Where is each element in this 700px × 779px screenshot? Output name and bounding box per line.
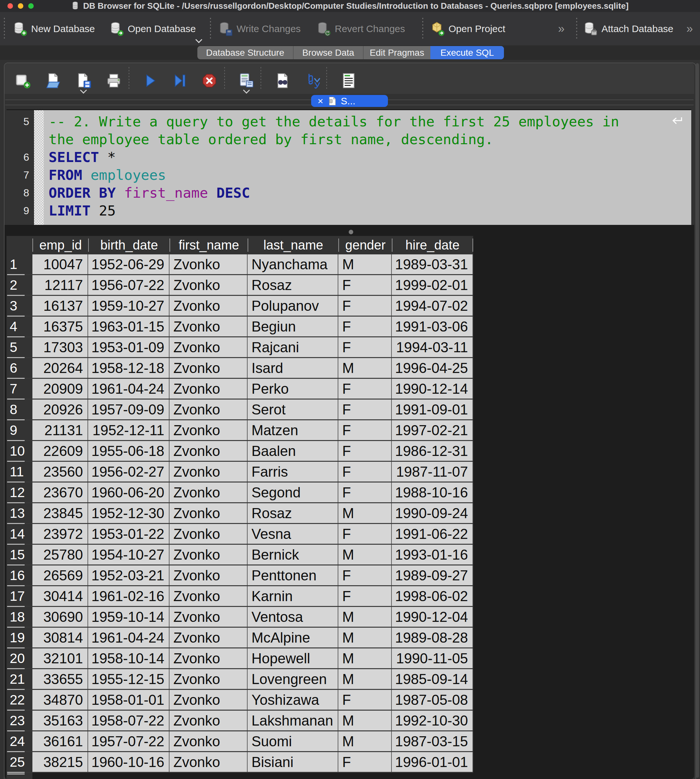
- cell-emp_id[interactable]: 17303: [32, 337, 88, 357]
- cell-last_name[interactable]: Bernick: [248, 545, 338, 564]
- row-number[interactable]: 24: [7, 731, 32, 751]
- column-header-last_name[interactable]: last_name: [248, 238, 338, 252]
- sql-editor[interactable]: 56789 -- 2. Write a query to get the det…: [7, 109, 691, 225]
- sql-file-tab[interactable]: × S...: [311, 95, 388, 107]
- cell-hire_date[interactable]: 1996-01-01: [392, 752, 473, 772]
- new-database-button[interactable]: New Database: [12, 12, 95, 45]
- cell-first_name[interactable]: Zvonko: [170, 275, 248, 295]
- minimize-window-button[interactable]: [18, 3, 23, 9]
- export-dropdown-chevron-icon[interactable]: [243, 88, 249, 94]
- column-header-emp_id[interactable]: emp_id: [32, 238, 88, 252]
- row-number[interactable]: 21: [7, 669, 32, 689]
- cell-last_name[interactable]: Rajcani: [248, 337, 338, 357]
- cell-first_name[interactable]: Zvonko: [170, 337, 248, 357]
- cell-emp_id[interactable]: 23670: [32, 483, 88, 502]
- cell-emp_id[interactable]: 25780: [32, 545, 88, 564]
- cell-birth_date[interactable]: 1960-06-20: [88, 483, 170, 502]
- cell-gender[interactable]: M: [338, 607, 392, 627]
- cell-last_name[interactable]: Penttonen: [248, 566, 338, 585]
- cell-hire_date[interactable]: 1991-03-06: [392, 316, 473, 336]
- row-number[interactable]: 10: [7, 441, 32, 461]
- cell-emp_id[interactable]: 30414: [32, 586, 88, 606]
- cell-first_name[interactable]: Zvonko: [170, 441, 248, 461]
- cell-emp_id[interactable]: 10047: [32, 255, 88, 274]
- cell-birth_date[interactable]: 1963-01-15: [88, 316, 170, 336]
- cell-hire_date[interactable]: 1993-01-16: [392, 545, 473, 564]
- row-number[interactable]: 7: [7, 379, 32, 399]
- cell-last_name[interactable]: McAlpine: [248, 628, 338, 648]
- cell-hire_date[interactable]: 1994-03-11: [392, 337, 473, 357]
- cell-birth_date[interactable]: 1959-10-27: [88, 296, 170, 316]
- cell-hire_date[interactable]: 1992-10-30: [392, 711, 473, 731]
- execute-current-line-icon[interactable]: [171, 72, 188, 89]
- cell-birth_date[interactable]: 1955-06-18: [88, 441, 170, 461]
- cell-emp_id[interactable]: 12117: [32, 275, 88, 295]
- cell-gender[interactable]: M: [338, 669, 392, 689]
- cell-hire_date[interactable]: 1989-08-28: [392, 628, 473, 648]
- stop-icon[interactable]: [201, 72, 218, 89]
- cell-birth_date[interactable]: 1960-10-16: [88, 752, 170, 772]
- column-header-gender[interactable]: gender: [338, 238, 392, 252]
- cell-gender[interactable]: F: [338, 483, 392, 502]
- cell-last_name[interactable]: Baalen: [248, 441, 338, 461]
- cell-first_name[interactable]: Zvonko: [170, 607, 248, 627]
- cell-gender[interactable]: F: [338, 752, 392, 772]
- cell-last_name[interactable]: Rosaz: [248, 503, 338, 523]
- cell-emp_id[interactable]: 35163: [32, 711, 88, 731]
- column-header-first_name[interactable]: first_name: [170, 238, 248, 252]
- cell-last_name[interactable]: Perko: [248, 379, 338, 399]
- cell-birth_date[interactable]: 1958-01-01: [88, 690, 170, 710]
- cell-birth_date[interactable]: 1958-12-18: [88, 358, 170, 378]
- row-number[interactable]: 13: [7, 503, 32, 523]
- cell-hire_date[interactable]: 1990-12-04: [392, 607, 473, 627]
- cell-birth_date[interactable]: 1953-01-22: [88, 524, 170, 544]
- toolbar-overflow-chevron[interactable]: »: [687, 12, 693, 45]
- cell-hire_date[interactable]: 1987-03-15: [392, 731, 473, 751]
- cell-hire_date[interactable]: 1990-09-24: [392, 503, 473, 523]
- cell-last_name[interactable]: Lovengreen: [248, 669, 338, 689]
- cell-emp_id[interactable]: 23560: [32, 462, 88, 481]
- vertical-scrollbar[interactable]: [696, 63, 699, 778]
- cell-birth_date[interactable]: 1957-07-22: [88, 731, 170, 751]
- row-number[interactable]: 1: [7, 255, 32, 274]
- cell-emp_id[interactable]: 16375: [32, 316, 88, 336]
- cell-emp_id[interactable]: 20926: [32, 399, 88, 419]
- cell-last_name[interactable]: Matzen: [248, 420, 338, 440]
- row-number[interactable]: 11: [7, 462, 32, 481]
- cell-first_name[interactable]: Zvonko: [170, 483, 248, 502]
- cell-birth_date[interactable]: 1952-03-21: [88, 566, 170, 585]
- cell-birth_date[interactable]: 1958-10-14: [88, 648, 170, 668]
- cell-last_name[interactable]: Suomi: [248, 731, 338, 751]
- cell-gender[interactable]: F: [338, 379, 392, 399]
- cell-gender[interactable]: F: [338, 316, 392, 336]
- cell-emp_id[interactable]: 22609: [32, 441, 88, 461]
- row-number[interactable]: 6: [7, 358, 32, 378]
- close-window-button[interactable]: [7, 3, 13, 9]
- cell-gender[interactable]: F: [338, 586, 392, 606]
- cell-emp_id[interactable]: 23972: [32, 524, 88, 544]
- cell-gender[interactable]: F: [338, 399, 392, 419]
- cell-emp_id[interactable]: 38215: [32, 752, 88, 772]
- print-icon[interactable]: [105, 72, 122, 89]
- cell-first_name[interactable]: Zvonko: [170, 399, 248, 419]
- column-header-birth_date[interactable]: birth_date: [88, 238, 170, 252]
- row-number[interactable]: 25: [7, 752, 32, 772]
- cell-first_name[interactable]: Zvonko: [170, 255, 248, 274]
- cell-gender[interactable]: F: [338, 566, 392, 585]
- zoom-window-button[interactable]: [28, 3, 34, 9]
- export-results-icon[interactable]: [238, 72, 255, 89]
- cell-last_name[interactable]: Lakshmanan: [248, 711, 338, 731]
- cell-first_name[interactable]: Zvonko: [170, 628, 248, 648]
- cell-emp_id[interactable]: 26569: [32, 566, 88, 585]
- toolbar-overflow-chevron[interactable]: »: [558, 12, 565, 45]
- cell-birth_date[interactable]: 1956-02-27: [88, 462, 170, 481]
- cell-last_name[interactable]: Vesna: [248, 524, 338, 544]
- cell-gender[interactable]: M: [338, 648, 392, 668]
- editor-code-area[interactable]: -- 2. Write a query to get the details f…: [44, 110, 691, 225]
- cell-emp_id[interactable]: 32101: [32, 648, 88, 668]
- cell-hire_date[interactable]: 1988-10-16: [392, 483, 473, 502]
- cell-first_name[interactable]: Zvonko: [170, 566, 248, 585]
- cell-first_name[interactable]: Zvonko: [170, 586, 248, 606]
- cell-gender[interactable]: F: [338, 690, 392, 710]
- cell-birth_date[interactable]: 1952-12-30: [88, 503, 170, 523]
